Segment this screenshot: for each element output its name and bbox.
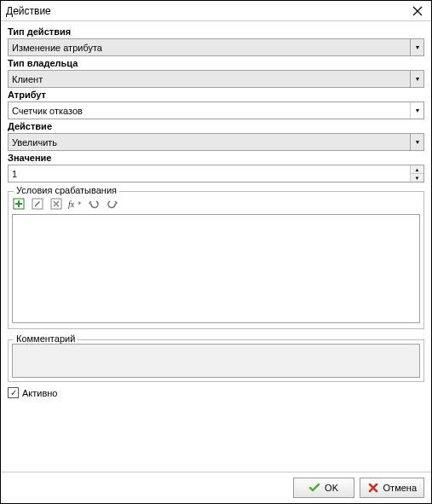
spinner-buttons: ▲ ▼: [410, 165, 423, 182]
edit-icon[interactable]: [31, 197, 44, 211]
delete-icon[interactable]: [49, 197, 63, 211]
chevron-down-icon: ▾: [410, 102, 423, 119]
chevron-down-icon: ▾: [410, 39, 423, 55]
combo-owner-type-value: Клиент: [12, 74, 43, 84]
combo-owner-type[interactable]: Клиент ▾: [8, 70, 424, 88]
label-action: Действие: [8, 121, 424, 131]
field-owner-type: Тип владельца Клиент ▾: [8, 58, 424, 88]
undo-icon[interactable]: [87, 197, 101, 211]
active-label: Активно: [22, 388, 58, 398]
ok-button-label: OK: [325, 483, 338, 493]
chevron-down-icon: ▾: [410, 71, 423, 87]
label-attribute: Атрибут: [8, 90, 424, 100]
check-icon: [308, 482, 320, 494]
window-title: Действие: [6, 5, 51, 17]
legend-conditions: Условия срабатывания: [14, 185, 119, 195]
fieldset-conditions: Условия срабатывания fx: [8, 191, 424, 329]
spinner-value[interactable]: 1 ▲ ▼: [8, 165, 424, 182]
close-icon: [412, 6, 423, 16]
combo-action-value: Увеличить: [12, 137, 57, 148]
dialog-window: Действие Тип действия Изменение атрибута…: [0, 0, 432, 504]
chevron-down-icon: ▾: [410, 134, 423, 150]
redo-icon[interactable]: [106, 197, 119, 211]
cancel-icon: [367, 482, 379, 494]
combo-attribute[interactable]: Счетчик отказов ▾: [8, 101, 424, 119]
combo-action-type[interactable]: Изменение атрибута ▾: [8, 38, 424, 56]
spinner-up-button[interactable]: ▲: [411, 165, 423, 174]
combo-attribute-value: Счетчик отказов: [12, 106, 83, 116]
label-action-type: Тип действия: [8, 26, 424, 37]
add-icon[interactable]: [12, 197, 26, 211]
combo-action[interactable]: Увеличить ▾: [8, 133, 424, 151]
content-area: Тип действия Изменение атрибута ▾ Тип вл…: [1, 21, 431, 472]
spinner-value-text: 1: [9, 169, 410, 179]
titlebar: Действие: [1, 1, 431, 21]
active-checkbox[interactable]: ✓: [8, 387, 19, 398]
field-value: Значение 1 ▲ ▼: [8, 153, 424, 182]
svg-text:fx: fx: [68, 200, 75, 209]
cancel-button-label: Отмена: [383, 483, 417, 493]
conditions-toolbar: fx: [12, 195, 420, 212]
spinner-down-button[interactable]: ▼: [411, 174, 423, 182]
fx-icon[interactable]: fx: [68, 197, 82, 211]
field-attribute: Атрибут Счетчик отказов ▾: [8, 90, 424, 119]
label-value: Значение: [8, 153, 424, 163]
fieldset-comment: Комментарий: [8, 339, 424, 382]
active-row: ✓ Активно: [8, 387, 424, 398]
footer: OK Отмена: [1, 472, 431, 503]
ok-button[interactable]: OK: [293, 478, 354, 498]
comment-textarea[interactable]: [12, 344, 420, 378]
close-button[interactable]: [409, 3, 426, 20]
combo-action-type-value: Изменение атрибута: [12, 43, 102, 53]
field-action-type: Тип действия Изменение атрибута ▾: [8, 26, 424, 56]
cancel-button[interactable]: Отмена: [360, 478, 424, 498]
field-action: Действие Увеличить ▾: [8, 121, 424, 151]
label-owner-type: Тип владельца: [8, 58, 424, 68]
conditions-textarea[interactable]: [12, 214, 420, 323]
legend-comment: Комментарий: [14, 333, 78, 344]
